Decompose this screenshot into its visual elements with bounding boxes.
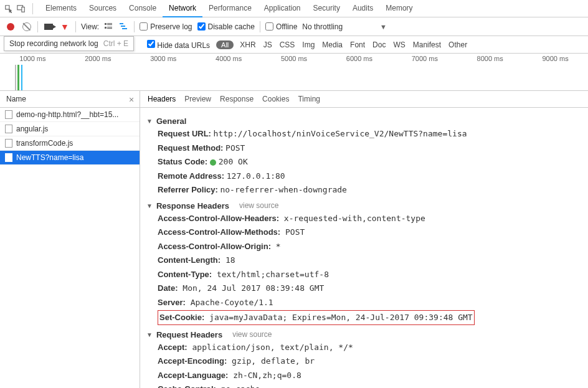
- record-tooltip: Stop recording network logCtrl + E: [4, 36, 134, 51]
- timeline-tick: 1000 ms: [0, 54, 65, 62]
- clear-button[interactable]: [21, 21, 32, 32]
- request-details-pane: × HeadersPreviewResponseCookiesTiming ▼G…: [140, 91, 588, 388]
- request-header-row: Accept-Encoding: gzip, deflate, br: [158, 355, 582, 367]
- view-label: View:: [81, 22, 99, 31]
- svg-rect-3: [107, 23, 112, 24]
- response-headers-section[interactable]: ▼Response Headersview source: [146, 201, 582, 211]
- preserve-log-checkbox[interactable]: Preserve log: [140, 22, 192, 31]
- request-row[interactable]: NewTTS?name=lisa: [0, 151, 140, 165]
- response-header-row: Server: Apache-Coyote/1.1: [158, 296, 582, 309]
- separator: [134, 21, 135, 32]
- response-header-row: Access-Control-Allow-Headers: x-requeste…: [158, 212, 582, 225]
- response-header-row: Access-Control-Allow-Origin: *: [158, 240, 582, 253]
- request-name: NewTTS?name=lisa: [16, 153, 83, 162]
- response-header-row: Content-Length: 18: [158, 254, 582, 267]
- request-header-row: Cache-Control: no-cache: [158, 383, 582, 388]
- svg-rect-1: [22, 7, 24, 12]
- timeline-tick: 2000 ms: [65, 54, 131, 62]
- network-split: Name demo-ng-http.html?__hbt=15...angula…: [0, 91, 588, 388]
- set-cookie-row: Set-Cookie: java=myJavaData; Expires=Mon…: [158, 310, 582, 325]
- name-column-header[interactable]: Name: [0, 91, 140, 108]
- chevron-down-icon: ▼: [380, 23, 387, 31]
- timeline-tick: 4000 ms: [196, 54, 262, 62]
- subtab-response[interactable]: Response: [220, 95, 254, 103]
- request-row[interactable]: transformCode.js: [0, 136, 140, 151]
- file-icon: [5, 125, 12, 133]
- large-rows-icon[interactable]: [104, 22, 114, 32]
- tab-sources[interactable]: Sources: [83, 0, 123, 17]
- devtools-main-tabs: ElementsSourcesConsoleNetworkPerformance…: [0, 0, 588, 17]
- separator: [260, 21, 260, 32]
- request-name: transformCode.js: [16, 139, 73, 148]
- timeline-tick: 3000 ms: [131, 54, 196, 62]
- tab-console[interactable]: Console: [123, 0, 163, 17]
- general-section[interactable]: ▼General: [146, 116, 582, 126]
- device-toggle-icon[interactable]: [16, 4, 26, 14]
- filter-type-all[interactable]: All: [216, 40, 234, 49]
- detail-subtabs: HeadersPreviewResponseCookiesTiming: [140, 91, 588, 108]
- hide-data-urls-checkbox[interactable]: Hide data URLs: [147, 40, 210, 50]
- file-icon: [5, 139, 12, 148]
- request-header-row: Accept-Language: zh-CN,zh;q=0.8: [158, 369, 582, 382]
- file-icon: [5, 153, 12, 162]
- filter-type-manifest[interactable]: Manifest: [413, 40, 441, 49]
- response-header-row: Content-Type: text/html;charset=utf-8: [158, 268, 582, 281]
- request-headers-section[interactable]: ▼Request Headersview source: [146, 330, 582, 339]
- filter-type-js[interactable]: JS: [263, 40, 272, 49]
- timeline-marker: [21, 65, 22, 90]
- separator: [75, 21, 76, 32]
- tab-performance[interactable]: Performance: [202, 0, 258, 17]
- filter-type-doc[interactable]: Doc: [372, 40, 386, 49]
- filter-type-font[interactable]: Font: [350, 40, 365, 49]
- subtab-timing[interactable]: Timing: [298, 95, 320, 103]
- svg-rect-10: [122, 28, 127, 29]
- filter-type-media[interactable]: Media: [322, 40, 343, 49]
- svg-rect-7: [107, 28, 112, 29]
- timeline-marker: [15, 65, 16, 90]
- disable-cache-checkbox[interactable]: Disable cache: [197, 22, 255, 31]
- file-icon: [5, 110, 12, 119]
- response-header-row: Date: Mon, 24 Jul 2017 08:39:48 GMT: [158, 282, 582, 295]
- timeline-tick: 5000 ms: [262, 54, 327, 62]
- tab-elements[interactable]: Elements: [39, 0, 83, 17]
- svg-rect-8: [120, 23, 123, 24]
- timeline-tick: 8000 ms: [457, 54, 523, 62]
- inspect-icon[interactable]: [4, 4, 14, 14]
- filter-type-css[interactable]: CSS: [280, 40, 295, 49]
- separator: [32, 3, 33, 14]
- tab-security[interactable]: Security: [307, 0, 346, 17]
- request-row[interactable]: angular.js: [0, 122, 140, 136]
- request-header-row: Accept: application/json, text/plain, */…: [158, 341, 582, 354]
- tab-network[interactable]: Network: [163, 0, 202, 17]
- filter-icon[interactable]: ▼: [59, 21, 70, 32]
- svg-rect-2: [105, 23, 107, 25]
- timeline-tick: 9000 ms: [523, 54, 588, 62]
- subtab-cookies[interactable]: Cookies: [262, 95, 289, 103]
- tab-memory[interactable]: Memory: [379, 0, 419, 17]
- view-source-link[interactable]: view source: [239, 201, 278, 210]
- tab-audits[interactable]: Audits: [346, 0, 379, 17]
- svg-rect-9: [121, 26, 125, 27]
- svg-rect-6: [107, 27, 112, 27]
- request-name: demo-ng-http.html?__hbt=15...: [16, 110, 118, 119]
- request-list-pane: Name demo-ng-http.html?__hbt=15...angula…: [0, 91, 140, 388]
- timeline-tick: 6000 ms: [326, 54, 392, 62]
- subtab-preview[interactable]: Preview: [184, 95, 211, 103]
- view-source-link[interactable]: view source: [232, 330, 272, 339]
- filter-type-ws[interactable]: WS: [393, 40, 405, 49]
- filter-type-other[interactable]: Other: [448, 40, 467, 49]
- record-button[interactable]: [5, 21, 16, 32]
- waterfall-icon[interactable]: [119, 22, 129, 32]
- subtab-headers[interactable]: Headers: [148, 95, 176, 103]
- filter-type-xhr[interactable]: XHR: [240, 40, 255, 49]
- offline-checkbox[interactable]: Offline: [265, 22, 297, 31]
- filter-type-img[interactable]: Img: [302, 40, 315, 49]
- tab-application[interactable]: Application: [258, 0, 307, 17]
- headers-panel: ▼General Request URL: http://localhost/n…: [140, 108, 588, 388]
- capture-screenshots-icon[interactable]: [43, 21, 54, 32]
- overview-timeline[interactable]: 1000 ms2000 ms3000 ms4000 ms5000 ms6000 …: [0, 54, 588, 91]
- throttling-select[interactable]: No throttling▼: [302, 22, 387, 31]
- network-toolbar: ▼ View: Preserve log Disable cache Offli…: [0, 17, 588, 36]
- status-dot-icon: [210, 159, 216, 166]
- request-row[interactable]: demo-ng-http.html?__hbt=15...: [0, 108, 140, 122]
